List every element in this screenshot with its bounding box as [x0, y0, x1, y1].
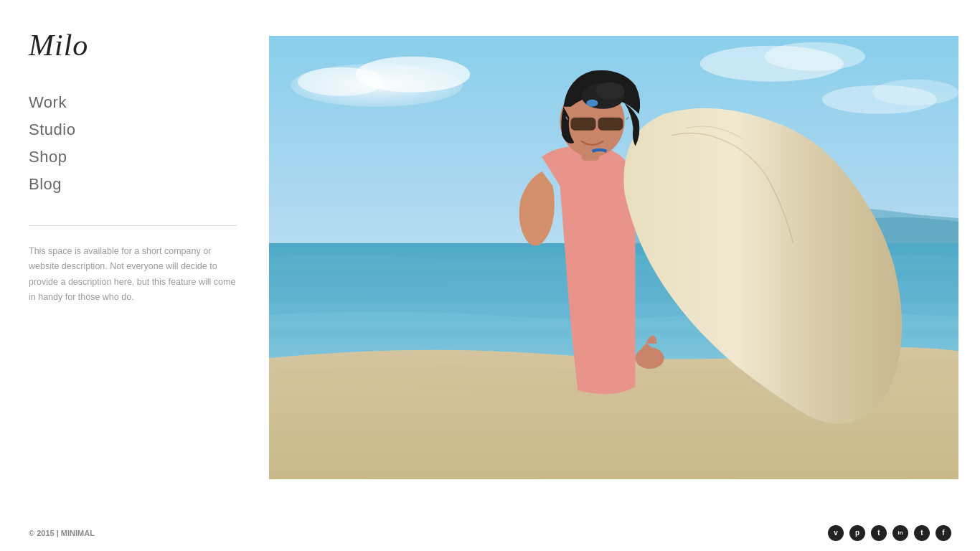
svg-point-12 [595, 83, 624, 100]
nav-item-shop[interactable]: Shop [29, 145, 240, 169]
hero-image-container [269, 36, 958, 479]
nav-link-studio[interactable]: Studio [29, 118, 240, 142]
sidebar-description: This space is available for a short comp… [29, 244, 237, 305]
sidebar: Milo Work Studio Shop Blog This space is… [0, 0, 269, 515]
nav-item-work[interactable]: Work [29, 90, 240, 115]
linkedin-icon[interactable]: in [892, 525, 908, 541]
pinterest-icon[interactable]: p [849, 525, 865, 541]
nav-item-studio[interactable]: Studio [29, 118, 240, 142]
nav-link-work[interactable]: Work [29, 90, 240, 115]
svg-rect-15 [598, 118, 623, 131]
nav-link-shop[interactable]: Shop [29, 145, 240, 169]
svg-point-5 [765, 42, 865, 71]
svg-point-7 [872, 80, 958, 105]
vimeo-icon[interactable]: v [828, 525, 844, 541]
footer-copyright: © 2015 | MINIMAL [29, 529, 95, 537]
nav-menu: Work Studio Shop Blog [29, 90, 240, 197]
nav-item-blog[interactable]: Blog [29, 172, 240, 197]
logo: Milo [29, 29, 240, 62]
social-icons: v p t in t f [828, 525, 951, 541]
nav-link-blog[interactable]: Blog [29, 172, 240, 197]
footer: © 2015 | MINIMAL v p t in t f [0, 515, 980, 551]
copyright-text: © 2015 | [29, 529, 61, 537]
brand-text: MINIMAL [61, 529, 95, 537]
facebook-icon[interactable]: f [936, 525, 951, 541]
svg-point-13 [586, 100, 598, 107]
main-nav: Work Studio Shop Blog [29, 90, 240, 218]
tumblr-icon[interactable]: t [871, 525, 887, 541]
hero-image [269, 36, 958, 479]
twitter-icon[interactable]: t [914, 525, 930, 541]
svg-rect-14 [570, 118, 595, 131]
logo-text: Milo [29, 29, 88, 62]
svg-point-3 [298, 67, 384, 96]
content-area [269, 0, 980, 515]
sidebar-divider [29, 225, 237, 226]
